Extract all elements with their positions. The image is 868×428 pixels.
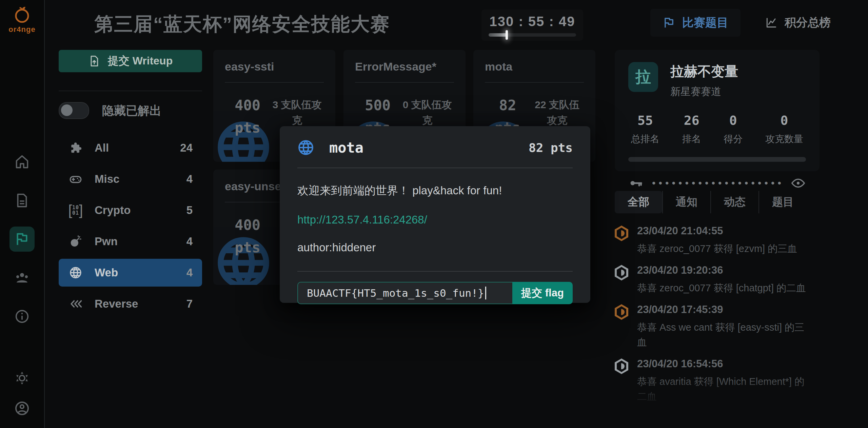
category-pwn[interactable]: Pwn 4 (59, 228, 202, 255)
divider (485, 82, 584, 83)
team-token-row: •••••••••••••••••••••••••• (628, 175, 806, 191)
category-list: All 24 Misc 4 [1001] Crypto 5 (59, 134, 202, 318)
category-label: Pwn (95, 235, 118, 248)
flag-icon (14, 231, 30, 247)
category-label: Reverse (95, 297, 138, 310)
filter-panel: 提交 Writeup 隐藏已解出 All 24 (59, 50, 202, 321)
globe-icon (297, 139, 314, 156)
sidebar-item-teams[interactable] (9, 265, 35, 290)
stat-label: 得分 (724, 133, 743, 145)
feed-time: 23/04/20 17:45:39 (637, 304, 813, 316)
stat-value: 55 (631, 113, 659, 128)
logo: or4nge (0, 5, 44, 34)
tab-challenges[interactable]: 比赛题目 (650, 9, 741, 37)
profile-button[interactable] (14, 400, 30, 416)
bomb-icon (68, 235, 83, 248)
category-count: 24 (180, 141, 193, 154)
sidebar-item-home[interactable] (9, 149, 35, 174)
stat-label: 总排名 (631, 133, 659, 145)
feed-time: 23/04/20 21:04:55 (637, 225, 797, 237)
timer-text: 130 : 55 : 49 (490, 14, 575, 29)
globe-icon (68, 266, 83, 279)
category-crypto[interactable]: [1001] Crypto 5 (59, 196, 202, 224)
logo-text: or4nge (8, 25, 35, 34)
key-icon (628, 176, 643, 191)
timer-progress-fill (489, 33, 507, 37)
sidebar-nav (0, 149, 44, 329)
challenge-points: 400 (235, 217, 260, 233)
points-unit: pts (235, 239, 260, 256)
points-unit: pts (235, 119, 260, 136)
hide-solved-toggle[interactable] (59, 102, 89, 119)
challenge-title: mota (485, 60, 584, 73)
challenge-author: author:hiddener (297, 241, 573, 254)
category-misc[interactable]: Misc 4 (59, 165, 202, 193)
feed-tabs: 全部 通知 动态 题目 (615, 191, 820, 213)
triple-chevron-left-icon (68, 298, 83, 310)
modal-points: 82 pts (529, 141, 573, 155)
sidebar-item-challenges[interactable] (9, 227, 35, 252)
puzzle-icon (68, 141, 83, 154)
divider (297, 168, 573, 168)
eye-icon[interactable] (790, 175, 806, 191)
second-blood-badge-icon (615, 358, 628, 374)
feed-tab-activity[interactable]: 动态 (710, 191, 758, 213)
category-count: 7 (186, 297, 193, 310)
team-name: 拉赫不变量 (670, 62, 738, 81)
stat-value: 26 (682, 113, 701, 128)
challenge-title: ErrorMessage* (355, 60, 454, 73)
stat-label: 排名 (682, 133, 701, 145)
divider (297, 271, 573, 272)
category-label: All (95, 141, 109, 154)
stat-value: 0 (724, 113, 743, 128)
theme-toggle-button[interactable] (14, 370, 30, 386)
submit-writeup-button[interactable]: 提交 Writeup (59, 50, 202, 72)
stat-value: 0 (765, 113, 803, 128)
challenge-title: easy-ssti (225, 60, 324, 73)
category-all[interactable]: All 24 (59, 134, 202, 162)
category-reverse[interactable]: Reverse 7 (59, 290, 202, 318)
feed-tab-all[interactable]: 全部 (615, 191, 662, 213)
category-count: 4 (186, 266, 193, 279)
submit-writeup-label: 提交 Writeup (108, 54, 173, 69)
category-count: 5 (186, 204, 193, 217)
category-web[interactable]: Web 4 (59, 259, 202, 287)
notifications-panel: 全部 通知 动态 题目 23/04/20 21:04:55 恭喜 zeroc_0… (615, 191, 820, 411)
challenge-points: 500 (365, 97, 391, 114)
flag-submit-row: BUAACTF{HT5_mota_1s_s0_fun!} 提交 flag (297, 282, 573, 304)
flag-input[interactable]: BUAACTF{HT5_mota_1s_s0_fun!} (297, 282, 512, 304)
divider (355, 82, 454, 83)
second-blood-badge-icon (615, 265, 628, 280)
category-label: Misc (95, 173, 119, 186)
feed-tab-notices[interactable]: 通知 (662, 191, 710, 213)
divider (59, 91, 202, 91)
tab-scoreboard[interactable]: 积分总榜 (753, 9, 843, 37)
category-label: Crypto (95, 204, 131, 217)
feed-text: 恭喜 Ass we cant 获得 [easy-ssti] 的三血 (637, 320, 813, 350)
challenge-link[interactable]: http://123.57.4.116:24268/ (297, 213, 573, 226)
modal-title: mota (329, 139, 363, 156)
third-blood-badge-icon (615, 226, 628, 241)
category-count: 4 (186, 235, 193, 248)
orange-logo-icon (12, 5, 32, 24)
sidebar-item-info[interactable] (9, 304, 35, 329)
sidebar-bottom (0, 370, 44, 416)
chart-line-icon (765, 16, 778, 29)
hide-solved-row: 隐藏已解出 (59, 102, 202, 119)
sidebar-item-docs[interactable] (9, 188, 35, 213)
feed-time: 23/04/20 19:20:36 (637, 264, 806, 276)
feed-time: 23/04/20 16:54:56 (637, 358, 813, 370)
feed-tab-challenges[interactable]: 题目 (758, 191, 807, 213)
file-upload-icon (88, 55, 100, 67)
hide-solved-label: 隐藏已解出 (102, 103, 161, 119)
team-group-icon (14, 270, 30, 286)
binary-brackets-icon: [1001] (68, 204, 83, 216)
third-blood-badge-icon (615, 304, 628, 320)
tab-label: 积分总榜 (785, 15, 831, 31)
page-title: 第三届“蓝天杯”网络安全技能大赛 (94, 12, 390, 37)
submit-flag-button[interactable]: 提交 flag (512, 282, 573, 304)
flag-input-value: BUAACTF{HT5_mota_1s_s0_fun!} (307, 287, 484, 299)
sidebar: or4nge (0, 0, 45, 428)
document-icon (14, 193, 30, 208)
user-circle-icon (14, 400, 30, 416)
